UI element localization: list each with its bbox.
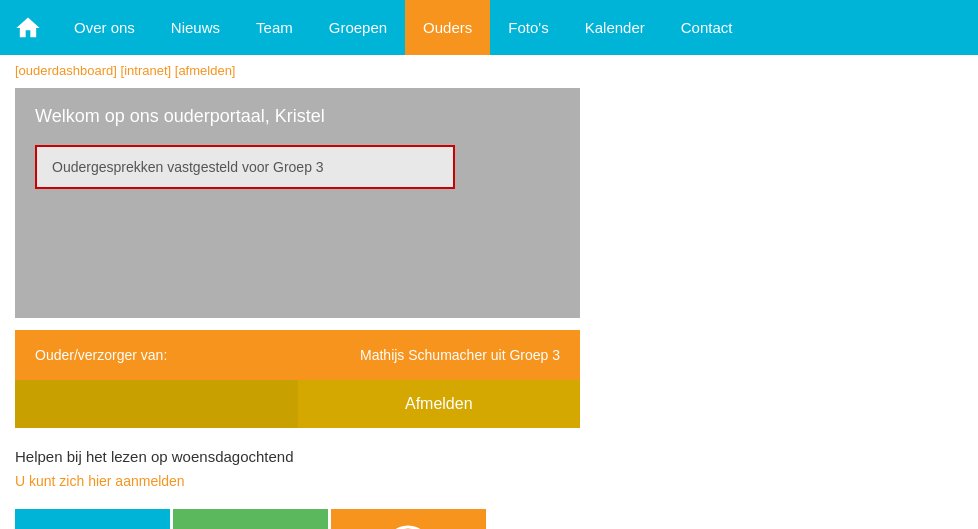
parent-info-bar: Ouder/verzorger van: Mathijs Schumacher … xyxy=(15,330,580,380)
parent-label: Ouder/verzorger van: xyxy=(15,347,187,363)
bottom-icons xyxy=(15,509,963,529)
action-bar-left xyxy=(15,380,298,428)
bottom-icon-house[interactable] xyxy=(173,509,328,529)
bottom-icon-circle-person[interactable] xyxy=(331,509,486,529)
nav-item-fotos[interactable]: Foto's xyxy=(490,0,566,55)
nav-item-groepen[interactable]: Groepen xyxy=(311,0,405,55)
main-nav: Over ons Nieuws Team Groepen Ouders Foto… xyxy=(0,0,978,55)
help-link[interactable]: U kunt zich hier aanmelden xyxy=(15,473,963,489)
nav-item-over-ons[interactable]: Over ons xyxy=(56,0,153,55)
bottom-icon-person[interactable] xyxy=(15,509,170,529)
afmelden-button[interactable]: Afmelden xyxy=(298,380,581,428)
page-content: [ouderdashboard] [intranet] [afmelden] W… xyxy=(0,55,978,529)
notification-box: Oudergesprekken vastgesteld voor Groep 3 xyxy=(35,145,455,189)
breadcrumb: [ouderdashboard] [intranet] [afmelden] xyxy=(15,63,963,78)
breadcrumb-afmelden[interactable]: [afmelden] xyxy=(175,63,236,78)
notification-text: Oudergesprekken vastgesteld voor Groep 3 xyxy=(52,159,324,175)
welcome-box: Welkom op ons ouderportaal, Kristel Oude… xyxy=(15,88,580,318)
nav-item-contact[interactable]: Contact xyxy=(663,0,751,55)
home-button[interactable] xyxy=(10,10,46,46)
nav-item-kalender[interactable]: Kalender xyxy=(567,0,663,55)
afmelden-label: Afmelden xyxy=(405,395,473,413)
action-bar: Afmelden xyxy=(15,380,580,428)
breadcrumb-intranet[interactable]: [intranet] xyxy=(121,63,172,78)
parent-value: Mathijs Schumacher uit Groep 3 xyxy=(187,347,580,363)
nav-item-ouders[interactable]: Ouders xyxy=(405,0,490,55)
help-text: Helpen bij het lezen op woensdagochtend xyxy=(15,448,963,465)
welcome-title: Welkom op ons ouderportaal, Kristel xyxy=(35,106,560,127)
breadcrumb-ouderdashboard[interactable]: [ouderdashboard] xyxy=(15,63,117,78)
nav-item-team[interactable]: Team xyxy=(238,0,311,55)
nav-items: Over ons Nieuws Team Groepen Ouders Foto… xyxy=(56,0,750,55)
nav-item-nieuws[interactable]: Nieuws xyxy=(153,0,238,55)
